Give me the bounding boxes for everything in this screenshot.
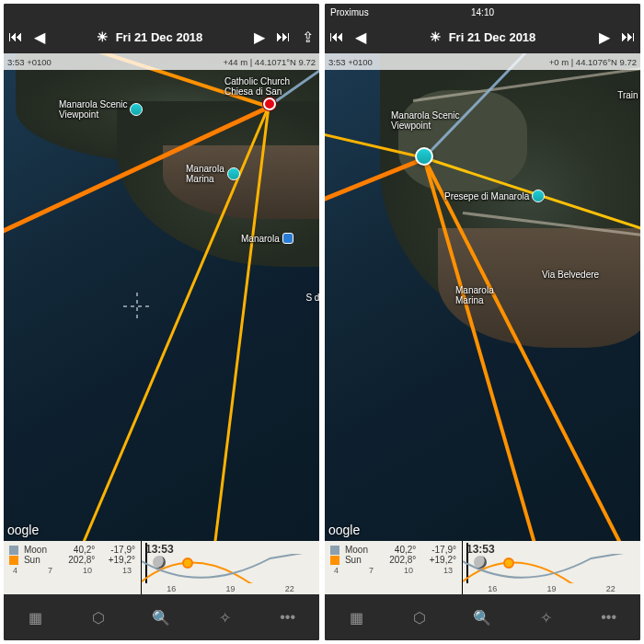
edge-text: S de: [305, 293, 319, 303]
info-time: 3:53 +0100: [7, 57, 52, 67]
info-coords: +0 m | 44.1076°N 9.72: [549, 57, 637, 67]
info-time: 3:53 +0100: [328, 57, 373, 67]
poi-presepe[interactable]: Presepe di Manarola: [444, 190, 545, 202]
map-info-row: 3:53 +0100 +44 m | 44.1071°N 9.72: [4, 53, 319, 70]
sun-swatch: [9, 556, 18, 565]
skip-prev-icon: ⏮: [329, 29, 344, 45]
date-display[interactable]: ☀ Fri 21 Dec 2018: [430, 29, 536, 44]
prev-icon: ◀: [355, 29, 366, 46]
nav-ar[interactable]: ⬡: [88, 607, 109, 627]
prev-button[interactable]: ◀: [354, 30, 367, 43]
map-icon: ▦: [346, 607, 366, 627]
date-display[interactable]: ☀ Fri 21 Dec 2018: [97, 29, 203, 44]
nav-visual[interactable]: ✧: [535, 607, 556, 627]
poi-marina[interactable]: Manarola Marina: [455, 285, 494, 305]
share-icon: ⇪: [302, 29, 314, 46]
poi-viewpoint[interactable]: Manarola Scenic Viewpoint: [59, 99, 143, 120]
google-attrib: oogle: [328, 523, 360, 537]
poi-marina[interactable]: Manarola Marina: [186, 164, 240, 184]
altitude-panel[interactable]: Moon40,2°-17,9° Sun202,8°+19,2° 471013 1…: [4, 541, 319, 594]
poi-viewpoint[interactable]: Manarola Scenic Viewpoint: [391, 110, 459, 131]
nav-visual[interactable]: ✧: [214, 607, 235, 627]
legend-moon: Moon40,2°-17,9°: [9, 545, 135, 555]
nav-search[interactable]: 🔍: [472, 607, 492, 627]
screenshot-left: ⏮ ◀ ☀ Fri 21 Dec 2018 ▶ ⏭ ⇪ 3:53 +0100 +…: [4, 4, 319, 640]
nav-map[interactable]: ▦: [346, 607, 366, 627]
next-button[interactable]: ▶: [253, 30, 266, 43]
nav-more[interactable]: •••: [278, 607, 298, 627]
poi-belvedere[interactable]: Via Belvedere: [542, 270, 599, 280]
map-info-row: 3:53 +0100 +0 m | 44.1076°N 9.72: [325, 53, 640, 70]
next-button[interactable]: ▶: [598, 30, 611, 43]
skip-next-icon: ⏭: [621, 29, 636, 45]
sun-marker: [503, 558, 514, 569]
target-icon: ✧: [214, 607, 235, 627]
more-icon: •••: [599, 607, 619, 627]
poi-station[interactable]: Manarola: [241, 233, 293, 244]
date-nav-bar: ⏮ ◀ ☀ Fri 21 Dec 2018 ▶ ⏭ ⇪: [4, 20, 319, 53]
map-view[interactable]: Manarola Scenic Viewpoint Manarola Marin…: [4, 53, 319, 541]
search-icon: 🔍: [151, 607, 171, 627]
map-crosshair: [123, 293, 151, 320]
next-icon: ▶: [599, 29, 610, 46]
map-view[interactable]: Manarola Scenic Viewpoint Presepe di Man…: [325, 53, 640, 541]
train-icon: [282, 233, 293, 244]
sun-marker: [182, 558, 193, 569]
cube-icon: ⬡: [88, 607, 109, 627]
skip-prev-button[interactable]: ⏮: [330, 30, 343, 43]
skip-prev-button[interactable]: ⏮: [9, 30, 22, 43]
prev-button[interactable]: ◀: [33, 30, 46, 43]
bottom-nav: ▦ ⬡ 🔍 ✧ •••: [325, 594, 640, 640]
date-text: Fri 21 Dec 2018: [449, 30, 536, 44]
legend-moon: Moon40,2°-17,9°: [330, 545, 456, 555]
legend-sun: Sun202,8°+19,2°: [9, 555, 135, 565]
status-time: 14:10: [471, 7, 494, 17]
status-bar: [4, 4, 319, 20]
sun-icon: ☀: [97, 29, 109, 44]
moon-swatch: [330, 546, 339, 555]
date-text: Fri 21 Dec 2018: [116, 30, 203, 44]
nav-search[interactable]: 🔍: [151, 607, 171, 627]
prev-icon: ◀: [34, 29, 45, 46]
moon-marker: [153, 556, 166, 569]
google-attrib: oogle: [7, 523, 39, 537]
target-icon: ✧: [535, 607, 556, 627]
status-bar: Proximus 14:10: [325, 4, 640, 20]
altitude-chart[interactable]: 13:53 161922: [463, 541, 640, 594]
cube-icon: ⬡: [409, 607, 430, 627]
map-pin-red[interactable]: [263, 98, 276, 110]
skip-prev-icon: ⏮: [8, 29, 23, 45]
share-button[interactable]: ⇪: [301, 30, 314, 43]
skip-next-icon: ⏭: [276, 29, 291, 45]
nav-ar[interactable]: ⬡: [409, 607, 430, 627]
altitude-panel[interactable]: Moon40,2°-17,9° Sun202,8°+19,2° 471013 1…: [325, 541, 640, 594]
screenshot-right: Proximus 14:10 ⏮ ◀ ☀ Fri 21 Dec 2018 ▶ ⏭…: [325, 4, 640, 640]
next-icon: ▶: [254, 29, 265, 46]
sun-icon: ☀: [430, 29, 442, 44]
legend-sun: Sun202,8°+19,2°: [330, 555, 456, 565]
date-nav-bar: ⏮ ◀ ☀ Fri 21 Dec 2018 ▶ ⏭: [325, 20, 640, 53]
search-icon: 🔍: [472, 607, 492, 627]
poi-church[interactable]: Catholic Church Chiesa di San: [224, 76, 290, 97]
bottom-nav: ▦ ⬡ 🔍 ✧ •••: [4, 594, 319, 640]
poi-icon: [130, 103, 143, 116]
map-icon: ▦: [25, 607, 45, 627]
status-carrier: Proximus: [330, 7, 369, 17]
more-icon: •••: [278, 607, 298, 627]
nav-more[interactable]: •••: [599, 607, 619, 627]
altitude-chart[interactable]: 13:53 161922: [142, 541, 319, 594]
moon-marker: [474, 556, 487, 569]
map-pin-observer[interactable]: [415, 147, 433, 166]
poi-train[interactable]: Train o: [617, 90, 640, 100]
skip-next-button[interactable]: ⏭: [277, 30, 290, 43]
nav-map[interactable]: ▦: [25, 607, 45, 627]
info-coords: +44 m | 44.1071°N 9.72: [223, 57, 316, 67]
skip-next-button[interactable]: ⏭: [622, 30, 635, 43]
moon-swatch: [9, 546, 18, 555]
sun-swatch: [330, 556, 339, 565]
